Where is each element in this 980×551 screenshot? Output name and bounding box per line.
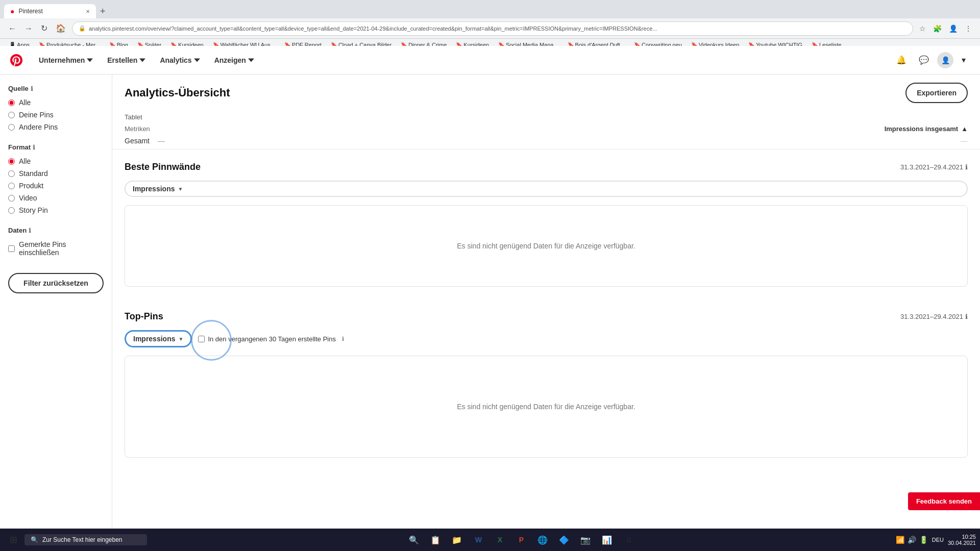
address-text: analytics.pinterest.com/overview/?claime…	[89, 26, 657, 32]
source-alle[interactable]: Alle	[8, 96, 104, 109]
nav-analytics[interactable]: Analytics	[154, 52, 206, 68]
source-andere-pins[interactable]: Andere Pins	[8, 121, 104, 133]
messages-button[interactable]: 💬	[915, 51, 933, 69]
feedback-button[interactable]: Feedback senden	[908, 492, 980, 510]
taskbar-app-chrome[interactable]: 🌐	[533, 531, 552, 549]
pinterest-header: Unternehmen Erstellen Analytics Anzeigen…	[0, 46, 980, 74]
gesamt-label: Gesamt	[125, 137, 150, 145]
top-pins-dropdown[interactable]: Impressions ▼	[125, 330, 192, 347]
top-pins-dropdown-chevron-icon: ▼	[178, 336, 183, 342]
top-pins-info-icon[interactable]: ℹ	[965, 313, 968, 320]
top-pins-checkbox-label[interactable]: In den vergangenen 30 Tagen erstellte Pi…	[198, 335, 336, 343]
tab-title: Pinterest	[18, 8, 82, 15]
taskbar-right: 📶 🔊 🔋 DEU 10:25 30.04.2021	[896, 534, 976, 546]
top-pins-section: Top-Pins 31.3.2021–29.4.2021 ℹ Impressio…	[112, 299, 980, 347]
top-pins-checkbox-info-icon[interactable]: ℹ	[342, 336, 344, 342]
format-story-pin[interactable]: Story Pin	[8, 204, 104, 216]
nav-erstellen[interactable]: Erstellen	[101, 52, 152, 68]
taskbar-app-office[interactable]: 📊	[598, 531, 616, 549]
tab-close-button[interactable]: ✕	[86, 9, 90, 14]
nav-unternehmen[interactable]: Unternehmen	[33, 52, 99, 68]
taskbar-app-camera[interactable]: 📷	[576, 531, 595, 549]
taskbar-app-explorer[interactable]: 📁	[448, 531, 466, 549]
format-title: Format ℹ	[8, 143, 104, 151]
taskbar-clock[interactable]: 10:25 30.04.2021	[948, 534, 976, 546]
tablet-row: Tablet	[112, 111, 980, 123]
sidebar-section-quelle: Quelle ℹ Alle Deine Pins Andere Pins	[8, 85, 104, 133]
format-info-icon[interactable]: ℹ	[33, 144, 35, 151]
taskbar-app-edge[interactable]: 🔷	[555, 531, 573, 549]
quelle-info-icon[interactable]: ℹ	[31, 85, 33, 92]
beste-pinnwaende-section: Beste Pinnwände 31.3.2021–29.4.2021 ℹ Im…	[112, 149, 980, 197]
sidebar: Quelle ℹ Alle Deine Pins Andere Pins	[0, 74, 112, 551]
sidebar-section-format: Format ℹ Alle Standard Produkt Vid	[8, 143, 104, 216]
menu-button[interactable]: ⋮	[963, 22, 974, 35]
dropdown-chevron-icon: ▼	[178, 186, 183, 192]
impressions-value: —	[961, 137, 968, 145]
taskbar-search-text: Zur Suche Text hier eingeben	[42, 536, 122, 543]
page-header: Analytics-Übersicht Exportieren	[112, 74, 980, 111]
taskbar-search[interactable]: 🔍 Zur Suche Text hier eingeben	[24, 534, 147, 545]
daten-info-icon[interactable]: ℹ	[29, 227, 31, 234]
bookmark-button[interactable]: ☆	[917, 22, 928, 35]
account-chevron[interactable]: ▾	[958, 51, 970, 69]
taskbar-date-display: 30.04.2021	[948, 540, 976, 546]
taskbar-language: DEU	[932, 537, 944, 543]
content-area: Analytics-Übersicht Exportieren Tablet M…	[112, 74, 980, 551]
home-button[interactable]: 🏠	[54, 21, 68, 35]
beste-pinnwaende-dropdown[interactable]: Impressions ▼	[125, 181, 968, 197]
taskbar-app-excel[interactable]: X	[491, 531, 509, 549]
extensions-button[interactable]: 🧩	[931, 22, 944, 35]
top-pins-controls: Impressions ▼ In den vergangenen 30 Tage…	[125, 330, 968, 347]
metriken-label: Metriken	[125, 125, 150, 133]
pinterest-logo[interactable]	[10, 54, 22, 66]
taskbar-app-taskview[interactable]: 📋	[426, 531, 445, 549]
top-pins-date: 31.3.2021–29.4.2021 ℹ	[900, 313, 968, 320]
format-standard[interactable]: Standard	[8, 167, 104, 180]
new-tab-button[interactable]: +	[96, 6, 110, 17]
forward-button[interactable]: →	[22, 22, 35, 35]
beste-pinnwaende-info-icon[interactable]: ℹ	[965, 163, 968, 171]
taskbar: ⊞ 🔍 Zur Suche Text hier eingeben 🔍 📋 📁 W…	[0, 529, 980, 551]
sidebar-section-daten: Daten ℹ Gemerkte Pins einschließen	[8, 227, 104, 259]
daten-gemerkte-pins[interactable]: Gemerkte Pins einschließen	[8, 238, 104, 259]
taskbar-battery-icon[interactable]: 🔋	[919, 536, 928, 544]
daten-title: Daten ℹ	[8, 227, 104, 234]
beste-pinnwaende-empty: Es sind nicht genügend Daten für die Anz…	[125, 205, 968, 287]
gesamt-dash: —	[158, 137, 165, 145]
taskbar-network-icon[interactable]: 📶	[896, 536, 904, 544]
header-nav: Unternehmen Erstellen Analytics Anzeigen	[33, 52, 260, 68]
top-pins-empty: Es sind nicht genügend Daten für die Anz…	[125, 356, 968, 458]
taskbar-app-powerpoint[interactable]: P	[512, 531, 530, 549]
taskbar-app-spotify[interactable]: ♫	[619, 531, 638, 549]
impressions-col-label: Impressions insgesamt ▲	[885, 125, 968, 133]
browser-tab[interactable]: ● Pinterest ✕	[4, 4, 96, 18]
start-button[interactable]: ⊞	[4, 531, 22, 549]
quelle-title: Quelle ℹ	[8, 85, 104, 92]
format-alle[interactable]: Alle	[8, 155, 104, 167]
format-video[interactable]: Video	[8, 192, 104, 204]
profile-button[interactable]: 👤	[947, 22, 960, 35]
gesamt-row: Gesamt — —	[112, 133, 980, 149]
beste-pinnwaende-header: Beste Pinnwände 31.3.2021–29.4.2021 ℹ	[125, 162, 968, 172]
impressions-col-icon[interactable]: ▲	[961, 125, 968, 133]
export-button[interactable]: Exportieren	[905, 83, 968, 103]
source-deine-pins[interactable]: Deine Pins	[8, 109, 104, 121]
top-pins-header: Top-Pins 31.3.2021–29.4.2021 ℹ	[125, 311, 968, 322]
beste-pinnwaende-date: 31.3.2021–29.4.2021 ℹ	[900, 163, 968, 171]
back-button[interactable]: ←	[6, 22, 18, 35]
nav-anzeigen[interactable]: Anzeigen	[208, 52, 260, 68]
taskbar-app-word[interactable]: W	[469, 531, 487, 549]
taskbar-app-search[interactable]: 🔍	[405, 531, 423, 549]
beste-pinnwaende-title: Beste Pinnwände	[125, 162, 201, 172]
address-bar[interactable]: 🔒 analytics.pinterest.com/overview/?clai…	[72, 21, 913, 36]
taskbar-sound-icon[interactable]: 🔊	[908, 536, 916, 544]
user-avatar[interactable]: 👤	[937, 52, 953, 68]
filter-reset-button[interactable]: Filter zurücksetzen	[8, 273, 104, 293]
tablet-label: Tablet	[125, 113, 142, 121]
top-pins-checkbox[interactable]	[198, 336, 205, 342]
tab-favicon: ●	[10, 7, 14, 15]
refresh-button[interactable]: ↻	[39, 21, 50, 35]
notifications-button[interactable]: 🔔	[892, 51, 911, 69]
format-produkt[interactable]: Produkt	[8, 180, 104, 192]
